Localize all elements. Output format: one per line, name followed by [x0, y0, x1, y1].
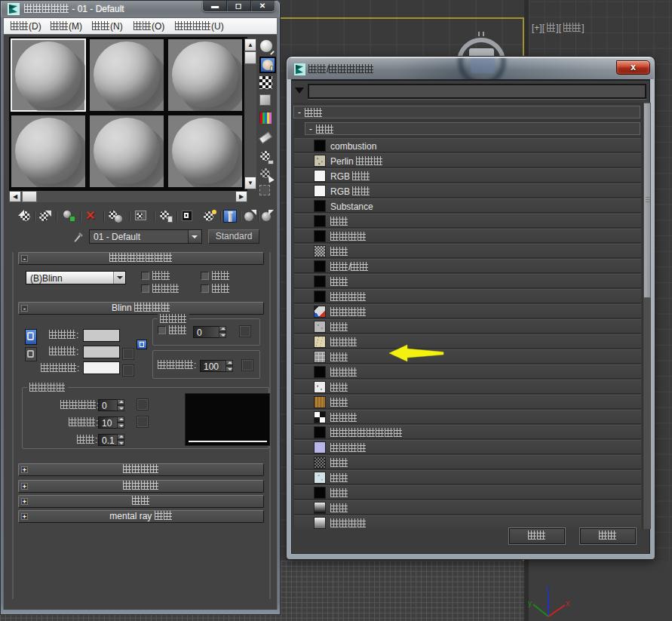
svg-text:x: x [566, 599, 569, 607]
svg-text:y: y [528, 599, 532, 607]
svg-text:z: z [546, 584, 550, 592]
